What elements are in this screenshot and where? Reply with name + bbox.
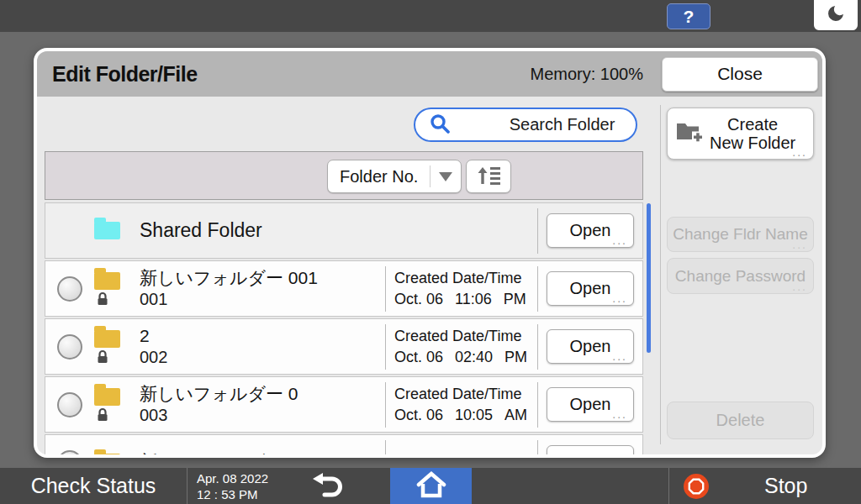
search-icon <box>429 113 451 138</box>
search-folder-field[interactable] <box>414 108 637 142</box>
help-button[interactable]: ? <box>667 3 710 29</box>
radio-zone <box>45 334 94 360</box>
list-header-band: Folder No. <box>45 151 643 200</box>
folder-name: 2 <box>140 325 385 347</box>
back-arrow-icon <box>309 471 344 501</box>
open-label: Open <box>570 221 611 240</box>
folder-number: 002 <box>140 347 385 368</box>
change-password-button[interactable]: Change Password ... <box>667 258 814 294</box>
search-input[interactable] <box>451 115 689 134</box>
radio-zone <box>45 392 94 417</box>
back-button[interactable] <box>303 468 350 504</box>
open-button[interactable]: Open ... <box>547 271 634 306</box>
open-label: Open <box>570 337 611 356</box>
lock-icon <box>96 291 109 306</box>
open-button[interactable] <box>547 445 634 454</box>
date-column: Created Date/Time Oct. 06 10:05 AM <box>386 384 537 425</box>
dialog-header: Edit Folder/File Memory: 100% Close <box>37 51 822 97</box>
radio-button[interactable] <box>57 334 82 360</box>
datetime-display: Apr. 08 2022 12 : 53 PM <box>197 471 268 503</box>
page-title: Edit Folder/File <box>52 62 198 87</box>
sort-ascending-icon <box>476 165 501 188</box>
created-label: Created Date/Time <box>394 384 537 404</box>
folder-list: Shared Folder Open ... <box>45 201 643 454</box>
created-date: Oct. 06 <box>394 289 443 309</box>
open-button[interactable]: Open ... <box>547 387 634 422</box>
change-password-label: Change Password <box>675 267 806 286</box>
folder-row[interactable]: 新しいフォルダー 001 001 Created Date/Time Oct. … <box>45 260 643 317</box>
more-dots: ... <box>612 350 627 363</box>
name-column: 新しいフォルダー 004 <box>133 451 385 454</box>
icon-column <box>94 388 133 422</box>
open-zone: Open ... <box>538 271 642 306</box>
created-ampm: AM <box>504 405 527 425</box>
home-icon <box>416 471 446 501</box>
shared-folder-row: Shared Folder Open ... <box>45 202 643 259</box>
device-screen: ? Edit Folder/File Memory: 100% Close <box>0 0 861 504</box>
change-folder-name-label: Change Fldr Name <box>673 225 808 244</box>
lock-icon <box>96 407 109 422</box>
open-zone: Open ... <box>538 387 642 422</box>
folder-plus-icon <box>676 121 703 146</box>
created-ampm: PM <box>504 347 527 367</box>
name-column: 新しいフォルダー 0 003 <box>133 383 385 426</box>
folder-icon <box>94 388 120 406</box>
scrollbar-thumb[interactable] <box>647 203 651 353</box>
date-column: Created Date/Time <box>386 452 537 454</box>
edit-folder-file-dialog: Edit Folder/File Memory: 100% Close Fold… <box>34 48 826 458</box>
created-datetime: Oct. 06 02:40 PM <box>394 347 537 367</box>
stop-icon <box>684 474 709 499</box>
open-button[interactable]: Open ... <box>547 213 634 248</box>
more-dots: ... <box>792 146 807 159</box>
open-zone: Open ... <box>538 213 642 248</box>
bar-divider <box>668 468 669 504</box>
folder-name: 新しいフォルダー 0 <box>140 383 385 405</box>
open-zone <box>538 445 642 454</box>
dark-mode-toggle[interactable] <box>814 0 858 30</box>
sort-by-dropdown[interactable]: Folder No. <box>327 160 462 193</box>
open-label: Open <box>570 279 611 298</box>
bar-divider <box>187 468 188 504</box>
more-dots: ... <box>792 239 807 251</box>
created-time: 02:40 <box>455 347 493 367</box>
folder-row[interactable]: 2 002 Created Date/Time Oct. 06 02:40 PM <box>45 318 643 375</box>
open-zone: Open ... <box>538 329 642 364</box>
open-button[interactable]: Open ... <box>547 329 634 364</box>
sort-by-value: Folder No. <box>328 167 430 186</box>
change-folder-name-button[interactable]: Change Fldr Name ... <box>667 217 814 252</box>
folder-icon <box>94 454 120 454</box>
radio-button[interactable] <box>57 450 82 455</box>
stop-label: Stop <box>764 474 807 498</box>
stop-button[interactable]: Stop <box>673 468 861 504</box>
lock-icon <box>96 349 109 364</box>
memory-status: Memory: 100% <box>531 65 644 84</box>
close-button[interactable]: Close <box>662 57 818 92</box>
created-label: Created Date/Time <box>394 268 537 288</box>
folder-row[interactable]: 新しいフォルダー 004 Created Date/Time <box>45 434 643 454</box>
delete-label: Delete <box>716 411 765 430</box>
sort-order-button[interactable] <box>466 160 511 193</box>
folder-icon <box>94 272 120 290</box>
radio-button[interactable] <box>57 392 82 417</box>
more-dots: ... <box>612 292 627 305</box>
home-button[interactable] <box>390 468 472 504</box>
folder-name: 新しいフォルダー 001 <box>140 267 385 289</box>
folder-number: 001 <box>140 289 385 310</box>
create-new-folder-button[interactable]: Create New Folder ... <box>667 108 814 160</box>
date-text: Apr. 08 2022 <box>197 471 268 487</box>
moon-icon <box>826 3 846 27</box>
created-ampm: PM <box>504 289 526 309</box>
more-dots: ... <box>792 281 807 293</box>
delete-button[interactable]: Delete <box>667 402 814 439</box>
radio-button[interactable] <box>57 276 82 302</box>
create-new-folder-label: Create New Folder <box>703 115 795 153</box>
icon-column <box>94 454 133 454</box>
top-bar: ? <box>0 0 861 32</box>
folder-row[interactable]: 新しいフォルダー 0 003 Created Date/Time Oct. 06… <box>45 376 643 433</box>
folder-name: 新しいフォルダー 004 <box>140 451 385 454</box>
created-label: Created Date/Time <box>394 452 537 454</box>
check-status-button[interactable]: Check Status <box>0 468 187 504</box>
folder-name: Shared Folder <box>140 218 537 243</box>
date-column: Created Date/Time Oct. 06 11:06 PM <box>386 268 537 309</box>
name-column: Shared Folder <box>133 218 537 243</box>
